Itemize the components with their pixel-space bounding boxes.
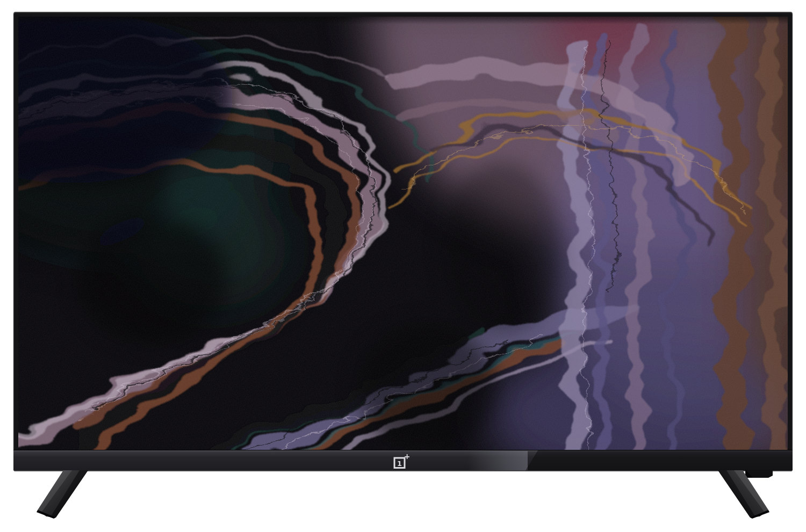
right-stand-leg <box>718 470 769 519</box>
logo-plus: + <box>404 454 411 461</box>
tv-frame: 1 + <box>13 12 793 471</box>
screen-artwork <box>18 17 788 450</box>
speaker-bar-sheen <box>467 451 528 470</box>
oneplus-logo-icon: 1 + <box>393 454 411 469</box>
logo-digit: 1 <box>397 460 402 468</box>
speaker-bar: 1 + <box>13 450 793 471</box>
product-photo: 1 + <box>0 0 806 532</box>
tv-screen <box>18 17 788 450</box>
left-stand-leg <box>37 470 88 519</box>
speaker-bar-right-section <box>525 450 793 471</box>
